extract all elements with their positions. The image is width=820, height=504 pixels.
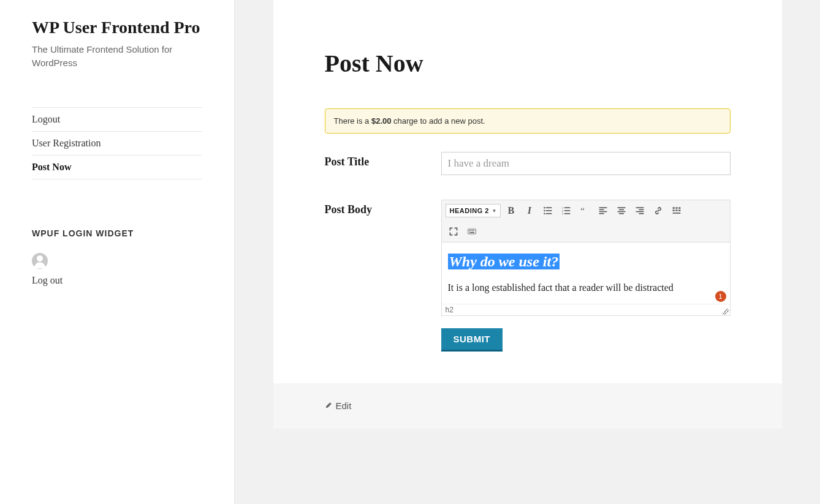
align-right-icon [635,206,645,216]
svg-rect-27 [678,207,680,208]
editor-status-bar: h2 [442,304,730,315]
svg-rect-29 [675,209,677,211]
keyboard-icon [467,227,477,236]
post-title-label: Post Title [325,152,441,175]
numbered-list-icon: 123 [561,206,571,216]
svg-text:“: “ [581,206,585,216]
fullscreen-icon [449,227,458,236]
login-widget-title: WPUF LOGIN WIDGET [32,228,202,238]
sidebar: WP User Frontend Pro The Ultimate Fronte… [0,0,235,504]
svg-rect-37 [469,232,474,233]
fullscreen-button[interactable] [446,224,461,239]
editor-toolbar: HEADING 2 B I 123 “ [442,200,730,243]
editor-paragraph: It is a long established fact that a rea… [448,282,724,293]
align-center-button[interactable] [613,203,629,219]
svg-text:3: 3 [562,212,564,215]
svg-rect-32 [468,229,476,234]
notice-text-pre: There is a [334,116,371,126]
align-right-button[interactable] [632,203,648,219]
edit-link-label: Edit [336,401,352,411]
bullet-list-icon [543,206,553,216]
link-icon [653,206,663,216]
svg-rect-15 [599,211,607,213]
field-row-body: Post Body HEADING 2 B I 123 [325,200,731,352]
resize-handle[interactable] [723,309,729,315]
svg-rect-9 [564,210,571,211]
svg-rect-33 [469,230,470,231]
edit-link[interactable]: Edit [325,401,352,411]
editor-content-area[interactable]: Why do we use it? It is a long establish… [442,243,730,304]
field-row-title: Post Title [325,152,731,175]
italic-button[interactable]: I [522,203,537,219]
align-left-icon [598,206,608,216]
svg-rect-26 [675,207,677,208]
link-button[interactable] [650,203,666,219]
svg-rect-31 [673,213,681,214]
keyboard-button[interactable] [464,224,480,239]
card-footer: Edit [273,383,782,429]
notice-text-post: charge to add a new post. [391,116,485,126]
svg-rect-20 [619,213,624,214]
svg-point-2 [544,210,545,211]
bullet-list-button[interactable] [540,203,556,219]
bold-button[interactable]: B [503,203,519,219]
content-card: Post Now There is a $2.00 charge to add … [273,0,782,429]
editor-selected-heading: Why do we use it? [448,254,560,269]
svg-rect-28 [673,209,675,211]
rich-text-editor: HEADING 2 B I 123 “ [441,200,731,316]
notification-badge[interactable]: 1 [715,291,726,302]
svg-rect-18 [619,209,624,211]
align-center-icon [617,206,626,216]
svg-rect-22 [639,209,643,211]
toolbar-toggle-button[interactable] [669,203,685,219]
svg-rect-23 [636,211,644,213]
svg-rect-5 [546,213,552,214]
submit-button[interactable]: SUBMIT [441,328,503,352]
login-widget-body: Log out [32,253,202,286]
svg-rect-3 [546,210,552,211]
payment-notice: There is a $2.00 charge to add a new pos… [325,108,731,134]
align-left-button[interactable] [595,203,611,219]
nav-item-post-now[interactable]: Post Now [32,156,202,179]
svg-rect-30 [678,209,680,211]
primary-nav: Logout User Registration Post Now [32,107,202,179]
svg-rect-19 [618,211,626,213]
post-title-input[interactable] [441,152,731,175]
svg-rect-11 [564,213,571,214]
site-title: WP User Frontend Pro [32,17,202,38]
svg-rect-25 [673,207,675,208]
blockquote-button[interactable]: “ [577,203,593,219]
editor-element-path[interactable]: h2 [446,306,454,314]
svg-rect-16 [599,213,604,214]
avatar-icon [32,253,48,269]
svg-point-4 [544,213,545,214]
svg-rect-17 [618,207,626,208]
svg-rect-1 [546,207,552,208]
nav-item-user-registration[interactable]: User Registration [32,132,202,156]
svg-rect-24 [639,213,643,214]
logout-link[interactable]: Log out [32,275,202,286]
main-area: Post Now There is a $2.00 charge to add … [235,0,820,504]
numbered-list-button[interactable]: 123 [558,203,574,219]
quote-icon: “ [580,206,590,216]
svg-rect-7 [564,207,571,208]
kitchen-sink-icon [672,206,681,216]
svg-point-0 [544,207,545,208]
site-tagline: The Ultimate Frontend Solution for WordP… [32,43,202,70]
svg-rect-14 [599,209,604,211]
svg-rect-35 [472,230,473,231]
nav-item-logout[interactable]: Logout [32,108,202,132]
svg-rect-34 [470,230,471,231]
notice-amount: $2.00 [371,116,392,126]
post-body-label: Post Body [325,200,441,352]
pencil-icon [325,402,332,409]
svg-rect-21 [636,207,644,208]
page-title: Post Now [325,49,731,78]
svg-rect-13 [599,207,607,208]
format-dropdown[interactable]: HEADING 2 [446,204,501,217]
svg-rect-36 [473,230,474,231]
